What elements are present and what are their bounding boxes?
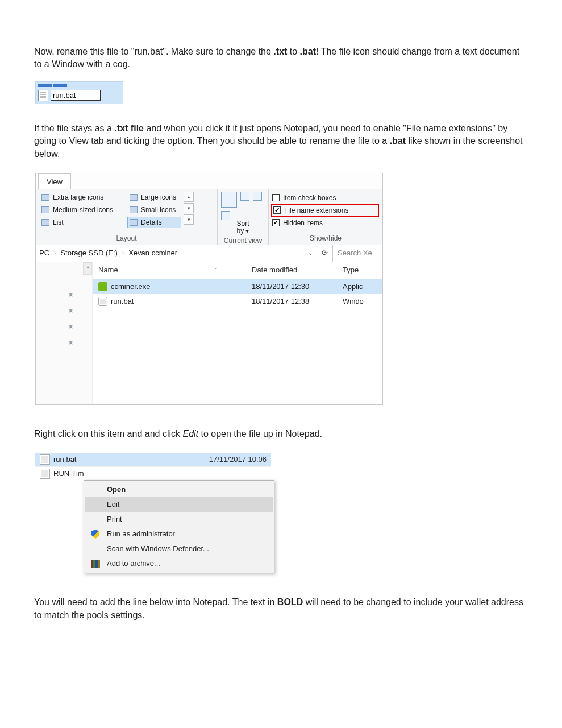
ribbon: Extra large icons Large icons Medium-siz… — [36, 189, 382, 245]
chevron-right-icon: › — [122, 249, 124, 257]
pin-icon: ✦ — [66, 289, 78, 300]
breadcrumb-dropdown-icon[interactable]: ⌄ — [304, 249, 317, 257]
pin-icon: ✦ — [66, 305, 78, 316]
layout-details[interactable]: Details — [127, 217, 181, 228]
bat-icon — [40, 469, 50, 479]
file-name: run.bat — [111, 297, 134, 305]
text-bold: .bat — [300, 47, 316, 56]
label: Name — [98, 265, 118, 275]
context-menu: Open Edit Print Run as administrator Sca… — [84, 480, 274, 573]
menu-add-archive[interactable]: Add to archive... — [85, 556, 273, 571]
checkbox-hidden-items[interactable]: Hidden items — [272, 217, 379, 229]
add-columns-icon[interactable] — [253, 192, 262, 201]
checkbox-file-name-extensions[interactable]: File name extensions — [271, 204, 379, 217]
checkbox-icon — [273, 206, 281, 214]
tab-view[interactable]: View — [38, 173, 71, 189]
column-name[interactable]: Name˄ — [98, 265, 252, 275]
window-title-fragment — [38, 84, 120, 88]
text: You will need to add the line below into… — [34, 597, 277, 607]
breadcrumb-pc[interactable]: PC — [39, 248, 49, 258]
shield-icon — [91, 530, 99, 539]
search-input[interactable]: Search Xe — [332, 245, 382, 262]
layout-list[interactable]: List — [39, 217, 127, 228]
text: If the file stays as a — [34, 123, 114, 133]
layout-small[interactable]: Small icons — [127, 204, 181, 216]
filename-input[interactable] — [51, 90, 101, 101]
sort-by-label: Sortby ▾ — [221, 220, 265, 235]
group-layout: Extra large icons Large icons Medium-siz… — [36, 189, 218, 245]
menu-print[interactable]: Print — [85, 512, 273, 527]
scroll-up-icon[interactable]: ▴ — [184, 192, 194, 202]
layout-icon — [130, 219, 138, 226]
label: Extra large icons — [53, 193, 103, 202]
text-bold: .txt — [273, 47, 287, 56]
label: Add to archive... — [107, 559, 160, 569]
file-type: Applic — [343, 282, 382, 292]
scroll-down-icon[interactable]: ▾ — [184, 203, 194, 213]
label: Print — [107, 514, 122, 524]
file-row[interactable]: RUN-Tim — [35, 467, 271, 481]
layout-icon — [130, 206, 138, 213]
pin-icon: ✦ — [66, 321, 78, 332]
text-bold: BOLD — [277, 597, 303, 607]
column-headers: Name˄ Date modified Type — [93, 262, 382, 279]
file-date: 18/11/2017 12:30 — [252, 282, 343, 292]
layout-medium[interactable]: Medium-sized icons — [39, 204, 127, 216]
paragraph-2: If the file stays as a .txt file and whe… — [34, 122, 528, 160]
menu-edit[interactable]: Edit — [85, 497, 273, 512]
file-row[interactable]: ccminer.exe 18/11/2017 12:30 Applic — [93, 279, 382, 294]
layout-scroll: ▴ ▾ ▾ — [184, 192, 194, 228]
label: Small icons — [141, 205, 176, 215]
text-bold: .txt file — [114, 123, 144, 133]
file-row[interactable]: run.bat 18/11/2017 12:38 Windo — [93, 294, 382, 309]
column-type[interactable]: Type — [343, 265, 382, 275]
bat-icon — [40, 454, 50, 465]
scroll-up-icon[interactable]: ˄ — [83, 262, 92, 275]
sort-icon[interactable] — [221, 192, 237, 208]
exe-icon — [98, 282, 107, 291]
bat-icon — [98, 297, 107, 306]
refresh-icon[interactable]: ⟳ — [317, 248, 332, 258]
file-list: ˄ ✦ ✦ ✦ ✦ Name˄ Date modified Type ccmin… — [36, 262, 382, 404]
checkbox-item-check-boxes[interactable]: Item check boxes — [272, 192, 379, 204]
breadcrumb-drive[interactable]: Storage SSD (E:) — [60, 248, 117, 258]
text-file-icon — [38, 90, 48, 101]
group-label: Layout — [39, 233, 214, 243]
scroll-more-icon[interactable]: ▾ — [184, 214, 194, 225]
size-columns-icon[interactable] — [221, 211, 230, 220]
text: Right click on this item and and click — [34, 429, 182, 439]
layout-icon — [41, 206, 49, 213]
sort-asc-icon: ˄ — [215, 267, 218, 274]
group-by-icon[interactable] — [240, 192, 249, 201]
layout-icon — [130, 194, 138, 201]
group-label: Current view — [221, 235, 265, 246]
label: Run as administrator — [107, 529, 175, 539]
nav-pane: ˄ ✦ ✦ ✦ ✦ — [36, 262, 93, 404]
screenshot-explorer: View Extra large icons Large icons Mediu… — [35, 173, 383, 405]
text: to open the file up in Notepad. — [198, 429, 322, 439]
group-label: Show/hide — [272, 233, 379, 243]
breadcrumb: PC › Storage SSD (E:) › Xevan ccminer ⌄ … — [36, 245, 382, 262]
file-name: RUN-Tim — [53, 469, 84, 479]
breadcrumb-folder[interactable]: Xevan ccminer — [128, 248, 177, 258]
menu-scan-defender[interactable]: Scan with Windows Defender... — [85, 541, 273, 556]
label: Details — [141, 218, 162, 228]
menu-open[interactable]: Open — [85, 482, 273, 497]
text-italic: Edit — [182, 429, 198, 439]
layout-large[interactable]: Large icons — [127, 192, 181, 203]
text: Now, rename this file to "run.bat". Make… — [34, 47, 273, 56]
chevron-right-icon: › — [54, 249, 56, 257]
file-date: 18/11/2017 12:38 — [252, 296, 343, 307]
ribbon-tabs: View — [36, 173, 382, 189]
menu-run-as-admin[interactable]: Run as administrator — [85, 527, 273, 541]
label: Medium-sized icons — [53, 205, 113, 215]
paragraph-4: You will need to add the line below into… — [34, 596, 528, 622]
screenshot-rename — [35, 81, 123, 104]
file-row[interactable]: run.bat 17/11/2017 10:06 — [35, 453, 271, 467]
column-date[interactable]: Date modified — [252, 265, 343, 275]
group-current-view: Sortby ▾ Current view — [218, 189, 269, 245]
layout-extra-large[interactable]: Extra large icons — [39, 192, 127, 203]
group-show-hide: Item check boxes File name extensions Hi… — [269, 189, 382, 245]
layout-icon — [41, 219, 49, 226]
file-date: 17/11/2017 10:06 — [209, 454, 267, 465]
